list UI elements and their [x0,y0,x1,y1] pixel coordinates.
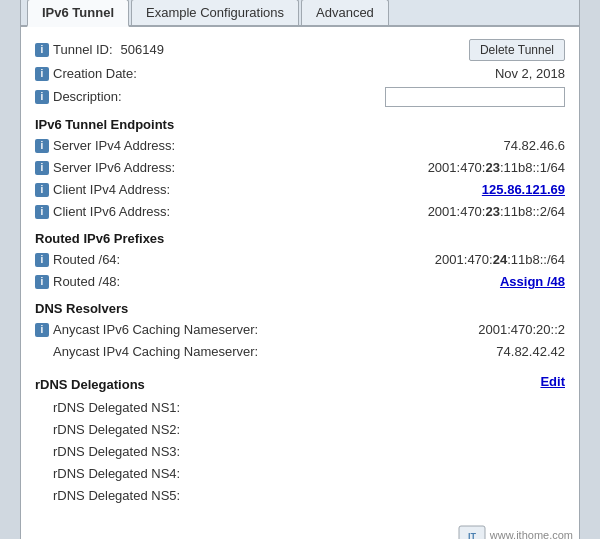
creation-date-label: Creation Date: [53,66,137,81]
rdns-ns5-label: rDNS Delegated NS5: [53,488,180,503]
description-input[interactable] [385,87,565,107]
client-ipv6-row: i Client IPv6 Address: 2001:470:23:11b8:… [35,201,565,223]
info-icon-routed64[interactable]: i [35,253,49,267]
tab-bar: IPv6 Tunnel Example Configurations Advan… [21,0,579,27]
description-label: Description: [53,89,122,104]
client-ipv4-row: i Client IPv4 Address: 125.86.121.69 [35,179,565,201]
info-icon-client-ipv6[interactable]: i [35,205,49,219]
rdns-ns2-label: rDNS Delegated NS2: [53,422,180,437]
description-row: i Description: [35,85,565,109]
main-content: i Tunnel ID: 506149 Delete Tunnel i Crea… [21,27,579,521]
rdns-ns1-row: rDNS Delegated NS1: [35,397,565,419]
tab-ipv6-tunnel[interactable]: IPv6 Tunnel [27,0,129,27]
delete-tunnel-button[interactable]: Delete Tunnel [469,39,565,61]
svg-text:IT: IT [468,531,477,540]
rdns-ns4-row: rDNS Delegated NS4: [35,463,565,485]
rdns-ns5-row: rDNS Delegated NS5: [35,485,565,507]
info-icon-server-ipv6[interactable]: i [35,161,49,175]
info-icon-server-ipv4[interactable]: i [35,139,49,153]
anycast-ipv4-value: 74.82.42.42 [385,344,565,359]
creation-date-value: Nov 2, 2018 [385,66,565,81]
routed-64-label: Routed /64: [53,252,120,267]
info-icon-anycast-ipv6[interactable]: i [35,323,49,337]
rdns-ns3-label: rDNS Delegated NS3: [53,444,180,459]
rdns-ns1-label: rDNS Delegated NS1: [53,400,180,415]
rdns-header: rDNS Delegations [35,369,385,395]
watermark-bar: IT www.ithome.com [21,521,579,540]
routed-64-value: 2001:470:24:11b8::/64 [385,252,565,267]
dns-header: DNS Resolvers [35,293,565,319]
tunnel-id-row: i Tunnel ID: 506149 Delete Tunnel [35,37,565,63]
server-ipv6-value: 2001:470:23:11b8::1/64 [385,160,565,175]
server-ipv4-row: i Server IPv4 Address: 74.82.46.6 [35,135,565,157]
client-ipv4-label: Client IPv4 Address: [53,182,170,197]
routed-header: Routed IPv6 Prefixes [35,223,565,249]
tab-example-configurations[interactable]: Example Configurations [131,0,299,25]
anycast-ipv4-row: Anycast IPv4 Caching Nameserver: 74.82.4… [35,341,565,363]
routed-48-row: i Routed /48: Assign /48 [35,271,565,293]
rdns-edit-link[interactable]: Edit [540,374,565,389]
tunnel-id-value: 506149 [121,42,164,57]
creation-date-row: i Creation Date: Nov 2, 2018 [35,63,565,85]
info-icon-routed48[interactable]: i [35,275,49,289]
watermark-icon: IT [458,525,486,540]
rdns-ns2-row: rDNS Delegated NS2: [35,419,565,441]
endpoints-header: IPv6 Tunnel Endpoints [35,109,565,135]
server-ipv4-label: Server IPv4 Address: [53,138,175,153]
watermark-text: www.ithome.com [490,529,573,540]
anycast-ipv4-label: Anycast IPv4 Caching Nameserver: [53,344,258,359]
server-ipv6-row: i Server IPv6 Address: 2001:470:23:11b8:… [35,157,565,179]
anycast-ipv6-value: 2001:470:20::2 [385,322,565,337]
info-icon-tunnel-id[interactable]: i [35,43,49,57]
client-ipv6-value: 2001:470:23:11b8::2/64 [385,204,565,219]
assign-48-link[interactable]: Assign /48 [500,274,565,289]
server-ipv4-value: 74.82.46.6 [385,138,565,153]
server-ipv6-label: Server IPv6 Address: [53,160,175,175]
anycast-ipv6-label: Anycast IPv6 Caching Nameserver: [53,322,258,337]
routed-64-row: i Routed /64: 2001:470:24:11b8::/64 [35,249,565,271]
info-icon-creation-date[interactable]: i [35,67,49,81]
rdns-ns3-row: rDNS Delegated NS3: [35,441,565,463]
info-icon-client-ipv4[interactable]: i [35,183,49,197]
client-ipv4-value[interactable]: 125.86.121.69 [482,182,565,197]
anycast-ipv6-row: i Anycast IPv6 Caching Nameserver: 2001:… [35,319,565,341]
rdns-ns4-label: rDNS Delegated NS4: [53,466,180,481]
tab-advanced[interactable]: Advanced [301,0,389,25]
rdns-header-row: rDNS Delegations Edit [35,363,565,397]
info-icon-description[interactable]: i [35,90,49,104]
routed-48-label: Routed /48: [53,274,120,289]
client-ipv6-label: Client IPv6 Address: [53,204,170,219]
tunnel-id-label: Tunnel ID: [53,42,113,57]
